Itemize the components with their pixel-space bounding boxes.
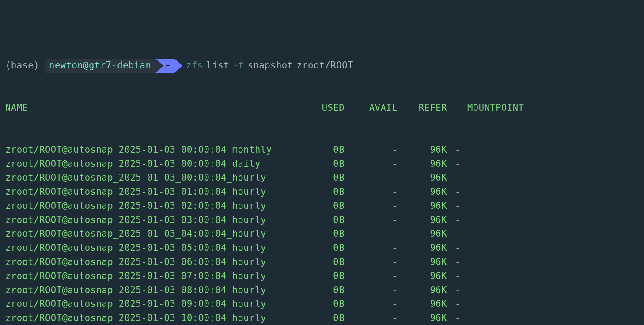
snapshot-refer: 96K [398,157,447,171]
table-row: zroot/ROOT@autosnap_2025-01-03_05:00:04_… [5,241,639,255]
cmd-target: zroot/ROOT [296,59,353,73]
snapshot-avail: - [345,297,398,311]
powerline-arrow-icon [155,59,163,73]
snapshot-avail: - [345,255,398,269]
table-row: zroot/ROOT@autosnap_2025-01-03_00:00:04_… [5,171,639,185]
snapshot-name: zroot/ROOT@autosnap_2025-01-03_02:00:04_… [5,199,317,213]
snapshot-used: 0B [317,157,345,171]
snapshot-avail: - [345,213,398,227]
snapshot-refer: 96K [398,269,447,283]
snapshot-mountpoint: - [455,269,474,283]
snapshot-used: 0B [317,171,345,185]
snapshot-name: zroot/ROOT@autosnap_2025-01-03_07:00:04_… [5,269,317,283]
snapshot-used: 0B [317,227,345,241]
snapshot-name: zroot/ROOT@autosnap_2025-01-03_04:00:04_… [5,227,317,241]
snapshot-used: 0B [317,241,345,255]
snapshot-name: zroot/ROOT@autosnap_2025-01-03_09:00:04_… [5,297,317,311]
table-row: zroot/ROOT@autosnap_2025-01-03_08:00:04_… [5,283,639,298]
table-row: zroot/ROOT@autosnap_2025-01-03_06:00:04_… [5,255,639,269]
table-row: zroot/ROOT@autosnap_2025-01-03_01:00:04_… [5,185,639,199]
snapshot-avail: - [345,157,398,171]
cmd-flag: -t [233,59,244,73]
snapshot-mountpoint: - [455,143,474,157]
snapshot-mountpoint: - [455,227,474,241]
table-row: zroot/ROOT@autosnap_2025-01-03_00:00:04_… [5,143,639,157]
snapshot-used: 0B [317,283,345,298]
snapshot-refer: 96K [398,199,447,213]
snapshot-avail: - [345,199,398,213]
table-body: zroot/ROOT@autosnap_2025-01-03_00:00:04_… [5,143,639,325]
snapshot-avail: - [345,283,398,298]
snapshot-used: 0B [317,255,345,269]
snapshot-mountpoint: - [455,171,474,185]
table-header-row: NAMEUSEDAVAILREFERMOUNTPOINT [5,101,639,115]
snapshot-name: zroot/ROOT@autosnap_2025-01-03_03:00:04_… [5,213,317,227]
snapshot-mountpoint: - [455,199,474,213]
snapshot-refer: 96K [398,311,447,325]
snapshot-refer: 96K [398,227,447,241]
snapshot-mountpoint: - [455,283,474,298]
col-header-avail: AVAIL [345,101,398,115]
snapshot-refer: 96K [398,185,447,199]
snapshot-name: zroot/ROOT@autosnap_2025-01-03_00:00:04_… [5,157,317,171]
snapshot-mountpoint: - [455,213,474,227]
table-row: zroot/ROOT@autosnap_2025-01-03_03:00:04_… [5,213,639,227]
snapshot-avail: - [345,311,398,325]
snapshot-refer: 96K [398,283,447,298]
snapshot-avail: - [345,171,398,185]
table-row: zroot/ROOT@autosnap_2025-01-03_07:00:04_… [5,269,639,283]
snapshot-refer: 96K [398,255,447,269]
cmd-arg: snapshot [248,59,293,73]
snapshot-avail: - [345,185,398,199]
cmd-binary: zfs [186,59,203,73]
snapshot-refer: 96K [398,143,447,157]
table-row: zroot/ROOT@autosnap_2025-01-03_10:00:04_… [5,311,639,325]
snapshot-used: 0B [317,297,345,311]
cwd: ~ [165,59,171,73]
snapshot-used: 0B [317,213,345,227]
snapshot-name: zroot/ROOT@autosnap_2025-01-03_10:00:04_… [5,311,317,325]
snapshot-name: zroot/ROOT@autosnap_2025-01-03_01:00:04_… [5,185,317,199]
snapshot-refer: 96K [398,297,447,311]
snapshot-name: zroot/ROOT@autosnap_2025-01-03_08:00:04_… [5,283,317,298]
table-row: zroot/ROOT@autosnap_2025-01-03_00:00:04_… [5,157,639,171]
col-header-mountpoint: MOUNTPOINT [467,101,524,115]
snapshot-mountpoint: - [455,255,474,269]
snapshot-mountpoint: - [455,241,474,255]
table-row: zroot/ROOT@autosnap_2025-01-03_02:00:04_… [5,199,639,213]
snapshot-avail: - [345,241,398,255]
snapshot-mountpoint: - [455,297,474,311]
snapshot-used: 0B [317,311,345,325]
snapshot-avail: - [345,269,398,283]
snapshot-used: 0B [317,143,345,157]
conda-env: (base) [5,59,39,73]
snapshot-mountpoint: - [455,311,474,325]
snapshot-mountpoint: - [455,157,474,171]
col-header-refer: REFER [398,101,447,115]
snapshot-refer: 96K [398,241,447,255]
user-host: newton@gtr7-debian [49,59,151,73]
snapshot-used: 0B [317,199,345,213]
snapshot-avail: - [345,227,398,241]
cmd-subcommand: list [207,59,229,73]
snapshot-refer: 96K [398,213,447,227]
col-header-used: USED [317,101,345,115]
snapshot-name: zroot/ROOT@autosnap_2025-01-03_00:00:04_… [5,171,317,185]
snapshot-name: zroot/ROOT@autosnap_2025-01-03_05:00:04_… [5,241,317,255]
snapshot-mountpoint: - [455,185,474,199]
col-header-name: NAME [5,101,317,115]
snapshot-used: 0B [317,269,345,283]
snapshot-avail: - [345,143,398,157]
snapshot-name: zroot/ROOT@autosnap_2025-01-03_00:00:04_… [5,143,317,157]
prompt-line-1[interactable]: (base) newton@gtr7-debian~ zfs list -t s… [5,59,639,73]
table-row: zroot/ROOT@autosnap_2025-01-03_04:00:04_… [5,227,639,241]
snapshot-used: 0B [317,185,345,199]
snapshot-refer: 96K [398,171,447,185]
user-host-segment: newton@gtr7-debian [45,59,155,73]
cwd-segment: ~ [163,59,174,73]
powerline-arrow-icon [174,59,182,73]
table-row: zroot/ROOT@autosnap_2025-01-03_09:00:04_… [5,297,639,311]
snapshot-name: zroot/ROOT@autosnap_2025-01-03_06:00:04_… [5,255,317,269]
